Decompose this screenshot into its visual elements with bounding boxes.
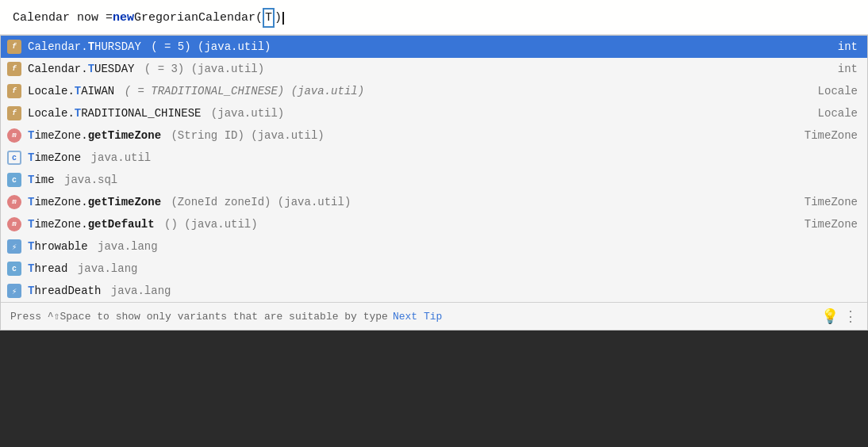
item-name-6: Time [28,174,55,186]
autocomplete-item-8[interactable]: m TimeZone.getDefault () (java.util) Tim… [1,213,867,235]
item-type-0: int [822,40,858,53]
item-suffix-5: imeZone [34,151,81,164]
method-icon-4: m [7,128,21,143]
item-prefix-2: Locale. [28,85,75,97]
item-match-2: T [75,85,81,97]
tip-text: Press ^⇧Space to show only variants that… [10,310,388,323]
item-name-5: TimeZone [28,151,81,164]
item-details-2: ( = TRADITIONAL_CHINESE) (java.util) [117,85,364,97]
autocomplete-item-4[interactable]: m TimeZone.getTimeZone (String ID) (java… [1,124,867,147]
autocomplete-item-11[interactable]: ⚡ ThreadDeath java.lang [1,280,867,302]
field-icon-1: f [7,62,21,76]
cursor [282,12,284,25]
code-text-2: GregorianCalendar( [134,10,263,26]
field-icon-0: f [7,40,21,54]
item-name-3: Locale.TRADITIONAL_CHINESE [28,107,201,120]
item-prefix-3: Locale. [28,107,75,120]
autocomplete-item-0[interactable]: f Calendar.THURSDAY ( = 5) (java.util) i… [1,36,867,58]
item-details-3: (java.util) [204,107,284,120]
field-icon-2: f [7,84,21,98]
method-icon-7: m [7,195,21,209]
code-text-1: Calendar now = [13,10,113,26]
code-keyword-new: new [113,10,134,26]
item-name-10: Thread [28,262,67,275]
item-details-9: java.lang [91,240,158,253]
item-details-6: java.sql [58,174,118,186]
autocomplete-dropdown: f Calendar.THURSDAY ( = 5) (java.util) i… [0,35,868,330]
item-suffix-1: UESDAY [94,63,134,75]
item-type-8: TimeZone [789,218,858,231]
more-options-icon[interactable]: ⋮ [843,308,858,325]
item-prefix-0: Calendar. [28,40,88,53]
autocomplete-item-2[interactable]: f Locale.TAIWAN ( = TRADITIONAL_CHINESE)… [1,80,867,102]
method-icon-8: m [7,217,21,231]
autocomplete-item-10[interactable]: c Thread java.lang [1,258,867,280]
item-type-3: Locale [802,107,858,120]
code-text-3: ) [275,10,282,26]
throwable-icon-9: ⚡ [7,239,21,254]
item-name-1: Calendar.TUESDAY [28,63,134,75]
item-suffix-2: AIWAN [81,85,114,97]
item-details-4: (String ID) (java.util) [164,129,325,142]
item-details-1: ( = 3) (java.util) [137,63,264,75]
item-match-1: T [88,63,94,75]
item-prefix-1: Calendar. [28,63,88,75]
item-name-11: ThreadDeath [28,285,101,297]
item-details-0: ( = 5) (java.util) [144,40,271,53]
item-match-3: T [75,107,81,120]
item-details-11: java.lang [104,285,171,297]
item-details-7: (ZoneId zoneId) (java.util) [164,196,351,208]
class-icon-10: c [7,262,21,276]
item-type-7: TimeZone [789,196,858,208]
autocomplete-item-6[interactable]: c Time java.sql [1,169,867,191]
autocomplete-item-7[interactable]: m TimeZone.getTimeZone (ZoneId zoneId) (… [1,191,867,213]
autocomplete-item-3[interactable]: f Locale.TRADITIONAL_CHINESE (java.util)… [1,102,867,124]
item-type-1: int [822,63,858,75]
item-name-7: TimeZone.getTimeZone [28,196,161,208]
item-name-9: Throwable [28,240,88,253]
next-tip-button[interactable]: Next Tip [393,311,442,323]
editor-area: Calendar now = new GregorianCalendar(T) … [0,0,868,330]
item-suffix-10: hread [34,262,67,275]
code-typed-char: T [263,8,275,28]
class-icon-5: c [7,151,21,165]
class-icon-6: c [7,173,21,187]
lightbulb-icon[interactable]: 💡 [821,308,839,325]
item-suffix-3: RADITIONAL_CHINESE [81,107,201,120]
item-name-2: Locale.TAIWAN [28,85,114,97]
item-details-5: java.util [84,151,151,164]
item-name-4: TimeZone.getTimeZone [28,129,161,142]
code-editor-line: Calendar now = new GregorianCalendar(T) [0,0,868,35]
item-name-0: Calendar.THURSDAY [28,40,141,53]
item-suffix-9: hrowable [34,240,87,253]
autocomplete-item-5[interactable]: c TimeZone java.util [1,147,867,169]
item-type-2: Locale [802,85,858,97]
item-type-4: TimeZone [789,129,858,142]
item-details-8: () (java.util) [158,218,258,231]
status-bar: Press ^⇧Space to show only variants that… [1,302,867,330]
item-suffix-7: imeZone.getTimeZone [34,196,161,208]
item-match-0: T [88,40,94,53]
item-suffix-4: imeZone.getTimeZone [34,129,161,142]
field-icon-3: f [7,106,21,120]
autocomplete-list: f Calendar.THURSDAY ( = 5) (java.util) i… [1,36,867,302]
throwable-icon-11: ⚡ [7,284,21,298]
item-suffix-11: hreadDeath [34,285,101,297]
autocomplete-item-1[interactable]: f Calendar.TUESDAY ( = 3) (java.util) in… [1,58,867,80]
item-details-10: java.lang [71,262,137,275]
item-suffix-6: ime [34,174,54,186]
item-suffix-0: HURSDAY [94,40,141,53]
item-suffix-8: imeZone.getDefault [34,218,154,231]
autocomplete-item-9[interactable]: ⚡ Throwable java.lang [1,235,867,258]
item-name-8: TimeZone.getDefault [28,218,155,231]
